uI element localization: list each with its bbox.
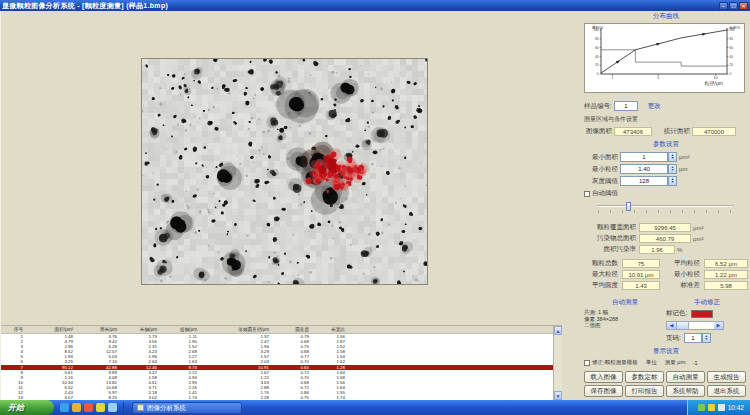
min-diameter-stat-label: 最小粒径 [664, 270, 700, 279]
mark-color-label: 标记色: [666, 309, 687, 318]
covered-area-field: 9296.45 [639, 223, 691, 232]
svg-text:40: 40 [730, 55, 734, 59]
max-diameter-label: 最大粒径 [584, 270, 618, 279]
min-area-unit: μm² [679, 154, 689, 160]
load-image-button[interactable]: 载入图像 [584, 371, 623, 383]
svg-text:频率/%: 频率/% [729, 26, 740, 30]
start-button[interactable]: 开始 [0, 400, 54, 415]
auto-measure-button[interactable]: 自动测量 [666, 371, 705, 383]
maximize-button[interactable]: □ [729, 2, 738, 10]
svg-text:5: 5 [657, 76, 659, 80]
distribution-curve-link[interactable]: 分布曲线 [653, 12, 679, 19]
min-diameter-label: 最小粒径 [584, 165, 618, 174]
svg-text:累积/%: 累积/% [592, 26, 603, 30]
threshold-slider-track [598, 205, 734, 207]
params-link[interactable]: 参数设置 [653, 140, 679, 147]
sample-change-link[interactable]: 更改 [648, 102, 661, 111]
report-button[interactable]: 生成报告 [707, 371, 746, 383]
contaminant-area-field: 460.79 [639, 234, 691, 243]
specimen-image[interactable] [142, 59, 427, 284]
area-ratio-unit: % [677, 247, 682, 253]
close-button[interactable]: × [739, 2, 748, 10]
print-button[interactable]: 打印报告 [625, 385, 664, 397]
mark-color-swatch[interactable] [691, 310, 713, 318]
display-settings-link[interactable]: 显示设置 [653, 347, 679, 354]
max-diameter-field: 10.91 μm [622, 270, 660, 279]
sample-field[interactable]: 1 [614, 101, 638, 111]
scroll-up-icon[interactable]: ▲ [554, 326, 562, 335]
measurement-table: 序号面积/μm²周长/μm长轴/μm短轴/μm等效圆直径/μm圆形度长宽比11.… [1, 325, 562, 400]
tray-status-icon[interactable] [698, 404, 705, 411]
auto-threshold-label: 自动阈值 [592, 189, 618, 198]
covered-area-label: 颗粒覆盖面积 [584, 223, 636, 232]
info-line-3: 二值图 [584, 322, 666, 329]
threshold-input[interactable]: 128 [620, 176, 668, 186]
area-ratio-field: 1.96 [639, 245, 675, 254]
svg-text:0: 0 [730, 72, 732, 76]
distribution-chart: 0020204040606080801001001510累积/%频率/%粒径/μ… [584, 23, 745, 93]
table-header-cell: 长轴/μm [121, 327, 161, 332]
save-image-button[interactable]: 保存图像 [584, 385, 623, 397]
threshold-label: 灰度阈值 [584, 177, 618, 186]
min-diameter-input[interactable]: 1.40 [620, 164, 668, 174]
page-label: 页码: [666, 334, 681, 343]
table-header-cell: 周长/μm [77, 327, 121, 332]
contaminant-area-unit: μm² [693, 236, 703, 242]
sample-label: 样品编号: [584, 102, 612, 111]
quick-launch [54, 402, 124, 414]
distribution-chart-svg: 0020204040606080801001001510累积/%频率/%粒径/μ… [585, 24, 744, 92]
folder-icon[interactable] [96, 403, 105, 412]
taskbar-app-button[interactable]: 图像分析系统 [132, 402, 242, 414]
frame-scrollbar[interactable]: ◀ ▶ [666, 321, 724, 330]
contaminant-area-label: 污染物总面积 [584, 234, 636, 243]
scroll-thumb[interactable] [676, 322, 689, 329]
unit-label: 单位 [646, 359, 657, 366]
control-panel: 分布曲线 0020204040606080801001001510累积/%频率/… [584, 11, 748, 400]
setup-section-title: 测量区域与条件设置 [584, 115, 748, 124]
correct-template-checkbox[interactable] [584, 360, 590, 366]
threshold-slider[interactable] [598, 202, 744, 214]
roundness-field: 1.43 [622, 281, 660, 290]
roundness-label: 平均圆度 [584, 281, 618, 290]
tray-clock: 10:42 [728, 404, 744, 411]
mail-icon[interactable] [72, 403, 81, 412]
min-area-input[interactable]: 1 [620, 152, 668, 162]
min-area-spinner[interactable]: ▲▼ [668, 152, 677, 162]
stat-area-field: 470000 [692, 127, 736, 136]
system-tray: 10:42 [687, 400, 750, 415]
app-window: 显微颗粒图像分析系统 - [颗粒度测量] (样品1.bmp) − □ × 分布曲… [0, 0, 750, 415]
app-icon [137, 404, 144, 411]
svg-text:60: 60 [730, 46, 734, 50]
auto-threshold-checkbox[interactable] [584, 191, 590, 197]
correct-template-label: 修正-颗粒测量模板 [592, 359, 638, 366]
media-player-icon[interactable] [84, 403, 93, 412]
calibration-button[interactable]: 参数定标 [625, 371, 664, 383]
scroll-down-icon[interactable]: ▼ [554, 391, 562, 400]
page-field[interactable]: 1 [684, 333, 702, 343]
help-button[interactable]: 系统帮助 [666, 385, 705, 397]
scroll-right-icon[interactable]: ▶ [714, 322, 723, 329]
threshold-spinner[interactable]: ▲▼ [668, 176, 677, 186]
taskbar: 开始 图像分析系统 10:42 [0, 400, 750, 415]
svg-text:40: 40 [595, 55, 599, 59]
threshold-slider-ticks [598, 210, 734, 213]
svg-text:80: 80 [595, 37, 599, 41]
table-scrollbar[interactable]: ▲ ▼ [553, 326, 562, 400]
page-spinner[interactable]: ▲▼ [702, 333, 711, 343]
exit-button[interactable]: 退出系统 [707, 385, 746, 397]
scale-label: 测量 μm: [665, 359, 687, 366]
svg-text:60: 60 [595, 46, 599, 50]
manual-correct-link[interactable]: 手动修正 [694, 298, 720, 305]
tray-network-icon[interactable] [718, 404, 725, 411]
scroll-left-icon[interactable]: ◀ [667, 322, 676, 329]
scale-value: -1 [693, 360, 698, 366]
threshold-slider-thumb[interactable] [626, 202, 631, 211]
ie-icon[interactable] [60, 403, 69, 412]
auto-measure-link[interactable]: 自动测量 [612, 298, 638, 305]
stddev-field: 5.98 [704, 281, 748, 290]
tray-volume-icon[interactable] [708, 404, 715, 411]
title-bar[interactable]: 显微颗粒图像分析系统 - [颗粒度测量] (样品1.bmp) − □ × [0, 0, 750, 11]
minimize-button[interactable]: − [719, 2, 728, 10]
min-diameter-spinner[interactable]: ▲▼ [668, 164, 677, 174]
show-desktop-icon[interactable] [108, 403, 117, 412]
